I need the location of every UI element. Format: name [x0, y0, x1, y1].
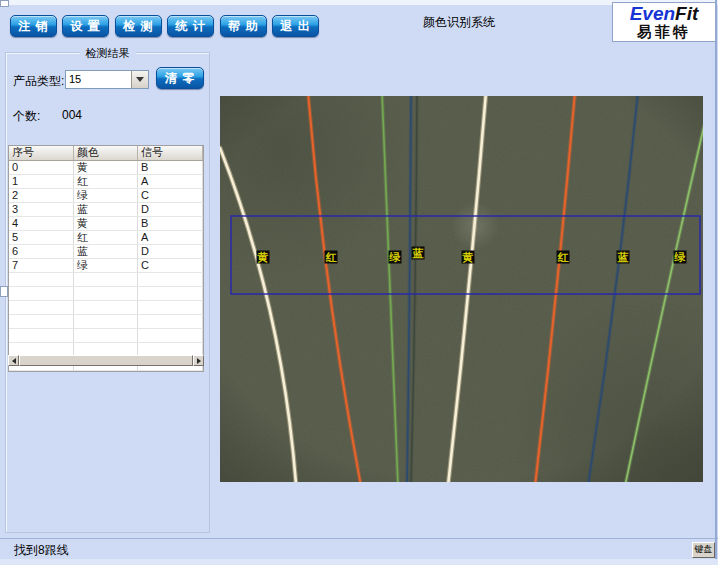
window-top-strip [0, 0, 718, 5]
table-row[interactable]: 3蓝D [9, 203, 203, 217]
table-cell: 5 [9, 231, 74, 244]
wire-color-label: 红 [325, 251, 338, 264]
table-cell: B [138, 217, 203, 230]
svg-text:绿: 绿 [674, 251, 686, 263]
svg-text:黄: 黄 [462, 251, 474, 264]
table-cell [9, 329, 74, 342]
table-cell: 1 [9, 175, 74, 188]
evenfit-logo: EvenFit 易菲特 [612, 2, 716, 42]
count-value: 004 [62, 108, 82, 122]
toolbar-button-stats[interactable]: 统 计 [167, 15, 214, 37]
table-cell [74, 301, 138, 314]
table-row[interactable]: 2绿C [9, 189, 203, 203]
table-cell [138, 315, 203, 328]
panel-legend: 检测结果 [80, 46, 136, 61]
table-row[interactable]: 1红A [9, 175, 203, 189]
logo-part-fit: Fit [675, 3, 698, 24]
svg-text:绿: 绿 [389, 251, 401, 263]
camera-image: 黄红绿蓝黄红蓝绿 [220, 96, 703, 482]
clear-button[interactable]: 清 零 [156, 67, 204, 89]
table-cell [9, 287, 74, 300]
table-row[interactable]: 7绿C [9, 259, 203, 273]
product-type-select[interactable]: 15 [65, 70, 149, 89]
table-row[interactable]: 4黄B [9, 217, 203, 231]
table-cell: 3 [9, 203, 74, 216]
keyboard-button[interactable]: 键盘 [692, 542, 715, 558]
svg-text:红: 红 [325, 251, 338, 263]
wire-color-label: 红 [557, 251, 570, 264]
column-header[interactable]: 颜色 [74, 146, 138, 160]
table-cell [74, 315, 138, 328]
camera-view: 黄红绿蓝黄红蓝绿 [220, 96, 703, 482]
logo-wordmark: EvenFit [613, 3, 715, 24]
table-row[interactable] [9, 329, 203, 343]
table-cell: 4 [9, 217, 74, 230]
status-bar: 找到8跟线 键盘 [0, 538, 718, 560]
wire-color-label: 蓝 [617, 251, 630, 264]
table-cell: C [138, 259, 203, 272]
table-row[interactable]: 0黄B [9, 161, 203, 175]
table-cell [9, 273, 74, 286]
toolbar-button-logout[interactable]: 注 销 [10, 15, 57, 37]
scroll-left-icon [12, 358, 16, 364]
wire-color-label: 黄 [462, 251, 475, 265]
table-body: 0黄B1红A2绿C3蓝D4黄B5红A6蓝D7绿C [9, 161, 203, 371]
toolbar-button-exit[interactable]: 退 出 [272, 15, 319, 37]
table-cell: 绿 [74, 259, 138, 272]
svg-text:蓝: 蓝 [412, 247, 424, 259]
table-cell [138, 273, 203, 286]
table-cell: A [138, 231, 203, 244]
table-cell: 2 [9, 189, 74, 202]
window-bottom-border [0, 559, 718, 565]
table-cell: 蓝 [74, 245, 138, 258]
scroll-left-button[interactable] [8, 355, 19, 366]
table-cell [74, 329, 138, 342]
table-cell [9, 315, 74, 328]
wire-color-label: 黄 [257, 251, 270, 265]
detection-result-panel: 检测结果 产品类型: 15 清 零 个数: 004 序号颜色信号 0黄B1红A2… [5, 52, 210, 533]
wire-color-label: 绿 [389, 251, 402, 264]
table-cell: A [138, 175, 203, 188]
svg-text:红: 红 [557, 251, 570, 263]
table-cell: 绿 [74, 189, 138, 202]
table-row[interactable] [9, 287, 203, 301]
result-table: 序号颜色信号 0黄B1红A2绿C3蓝D4黄B5红A6蓝D7绿C [8, 145, 204, 372]
table-cell: C [138, 189, 203, 202]
page-title: 颜色识别系统 [423, 14, 495, 31]
product-type-value: 15 [66, 71, 131, 88]
table-row[interactable]: 6蓝D [9, 245, 203, 259]
table-cell: 7 [9, 259, 74, 272]
dropdown-button[interactable] [131, 71, 148, 88]
table-cell [9, 301, 74, 314]
table-cell [74, 273, 138, 286]
table-cell: 红 [74, 175, 138, 188]
table-cell: D [138, 245, 203, 258]
product-type-label: 产品类型: [13, 73, 64, 90]
scroll-right-icon [197, 358, 201, 364]
scrollbar-thumb[interactable] [19, 355, 193, 366]
logo-subtitle: 易菲特 [613, 24, 715, 40]
table-row[interactable] [9, 315, 203, 329]
table-cell: 蓝 [74, 203, 138, 216]
window-edge-handle [0, 286, 8, 297]
toolbar-button-settings[interactable]: 设 置 [62, 15, 109, 37]
column-header[interactable]: 信号 [138, 146, 203, 160]
table-cell [74, 287, 138, 300]
chevron-down-icon [136, 77, 144, 82]
logo-part-eve: Eve [630, 3, 664, 24]
table-row[interactable]: 5红A [9, 231, 203, 245]
scroll-right-button[interactable] [193, 355, 204, 366]
count-label: 个数: [13, 108, 40, 125]
table-cell: 红 [74, 231, 138, 244]
table-row[interactable] [9, 273, 203, 287]
column-header[interactable]: 序号 [9, 146, 74, 160]
table-cell: 黄 [74, 217, 138, 230]
table-cell [138, 329, 203, 342]
toolbar-button-help[interactable]: 帮 助 [220, 15, 267, 37]
table-row[interactable] [9, 301, 203, 315]
table-cell: 6 [9, 245, 74, 258]
toolbar-button-detect[interactable]: 检 测 [115, 15, 162, 37]
wire-color-label: 蓝 [412, 247, 425, 260]
window-corner-box [0, 0, 9, 7]
table-horizontal-scrollbar[interactable] [8, 355, 204, 366]
